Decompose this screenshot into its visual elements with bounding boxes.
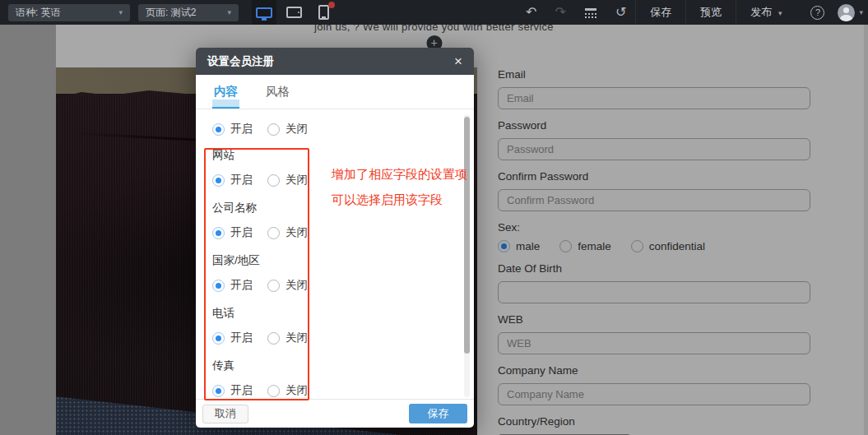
radio-label: 开启 (230, 331, 253, 345)
modal-scrollbar-thumb[interactable] (464, 117, 470, 354)
radio-label: 开启 (230, 122, 253, 137)
annotation-line-1: 增加了相应字段的设置项 (332, 167, 467, 183)
redo-icon[interactable]: ↷ (546, 0, 575, 25)
field-4-radio-row: 开启关闭 (212, 383, 457, 398)
toolbar-right-group: ↶ ↷ ↺ 保存 预览 发布 ▾ ? ▾ (517, 0, 868, 25)
page-dropdown[interactable]: 页面: 测试2 ▾ (138, 4, 239, 21)
history-icon[interactable]: ↺ (606, 0, 635, 25)
phone-icon (318, 5, 329, 20)
language-dropdown-label: 语种: 英语 (16, 6, 61, 20)
modal-field-group: 传真开启关闭 (212, 359, 457, 398)
top-field-on-option[interactable]: 开启 (212, 122, 253, 137)
radio-label: 开启 (230, 278, 253, 293)
grid-layout-button[interactable] (575, 0, 606, 25)
modal-field-group: 国家/地区开启关闭 (212, 253, 457, 293)
tab-style[interactable]: 风格 (264, 84, 291, 109)
field-2-off-option[interactable]: 关闭 (267, 278, 308, 293)
field-2-on-option[interactable]: 开启 (212, 278, 253, 293)
tab-content[interactable]: 内容 (212, 84, 239, 109)
radio-label: 关闭 (285, 331, 308, 345)
radio-icon (212, 123, 225, 136)
monitor-icon (256, 7, 272, 18)
member-registration-settings-modal: 设置会员注册 × 内容 风格 开启关闭 网站开启关闭公司名称开启关闭国家/地区开… (196, 48, 474, 428)
modal-field-label: 电话 (212, 306, 457, 321)
field-4-off-option[interactable]: 关闭 (267, 383, 308, 398)
modal-content: 开启关闭 网站开启关闭公司名称开启关闭国家/地区开启关闭电话开启关闭传真开启关闭 (196, 109, 474, 399)
radio-icon (212, 227, 225, 239)
chevron-down-icon: ▾ (118, 8, 123, 16)
radio-label: 开启 (230, 173, 253, 187)
radio-label: 关闭 (285, 278, 308, 293)
modal-scrollbar-track (464, 114, 470, 397)
radio-icon (212, 332, 225, 345)
radio-icon (212, 385, 225, 397)
field-3-on-option[interactable]: 开启 (212, 331, 253, 345)
radio-icon (267, 385, 280, 397)
help-icon[interactable]: ? (810, 6, 824, 20)
radio-icon (267, 227, 280, 239)
field-1-on-option[interactable]: 开启 (212, 225, 253, 240)
close-icon[interactable]: × (454, 54, 462, 68)
chevron-down-icon[interactable]: ▾ (859, 8, 863, 16)
grid-icon (585, 13, 587, 15)
tablet-view-button[interactable] (281, 0, 306, 25)
field-0-off-option[interactable]: 关闭 (267, 173, 308, 187)
top-field-radio-group: 开启关闭 (212, 122, 457, 137)
radio-label: 关闭 (285, 122, 308, 137)
top-field-off-option[interactable]: 关闭 (267, 122, 308, 137)
radio-icon (267, 332, 280, 345)
radio-icon (267, 280, 280, 292)
field-2-radio-row: 开启关闭 (212, 278, 457, 293)
modal-title: 设置会员注册 (207, 54, 274, 69)
device-preview-switcher (252, 0, 336, 25)
page-dropdown-label: 页面: 测试2 (146, 6, 196, 20)
modal-field-groups: 网站开启关闭公司名称开启关闭国家/地区开启关闭电话开启关闭传真开启关闭 (212, 148, 457, 398)
radio-label: 关闭 (285, 173, 308, 187)
editor-toolbar: 语种: 英语 ▾ 页面: 测试2 ▾ ↶ ↷ ↺ (0, 0, 868, 25)
radio-label: 关闭 (285, 225, 308, 240)
app-root: join us, ? We will provide you with bett… (0, 0, 868, 435)
field-1-radio-row: 开启关闭 (212, 225, 457, 240)
radio-icon (267, 174, 280, 187)
field-4-on-option[interactable]: 开启 (212, 383, 253, 398)
radio-label: 关闭 (285, 383, 308, 398)
desktop-view-button[interactable] (252, 0, 276, 25)
modal-save-button[interactable]: 保存 (409, 404, 467, 423)
radio-icon (267, 123, 280, 136)
language-dropdown[interactable]: 语种: 英语 ▾ (8, 4, 130, 21)
preview-button[interactable]: 预览 (685, 0, 736, 25)
publish-label: 发布 (750, 6, 772, 18)
radio-icon (212, 280, 225, 292)
cancel-button[interactable]: 取消 (202, 405, 248, 423)
mobile-view-button[interactable] (311, 0, 336, 25)
modal-field-label: 传真 (212, 359, 457, 373)
modal-footer: 取消 保存 (196, 399, 474, 428)
chevron-down-icon: ▾ (778, 9, 782, 17)
modal-header: 设置会员注册 × (196, 48, 474, 75)
radio-label: 开启 (230, 383, 253, 398)
annotation-line-2: 可以选择启用该字段 (332, 192, 443, 208)
modal-field-group: 电话开启关闭 (212, 306, 457, 345)
notification-dot (328, 2, 335, 8)
modal-field-label: 国家/地区 (212, 253, 457, 268)
radio-icon (212, 174, 225, 187)
field-0-on-option[interactable]: 开启 (212, 173, 253, 187)
field-1-off-option[interactable]: 关闭 (267, 225, 308, 240)
field-3-radio-row: 开启关闭 (212, 331, 457, 345)
publish-button[interactable]: 发布 ▾ (736, 0, 796, 25)
undo-icon[interactable]: ↶ (517, 0, 545, 25)
radio-label: 开启 (230, 225, 253, 240)
user-avatar[interactable] (838, 4, 855, 21)
save-button[interactable]: 保存 (635, 0, 685, 25)
modal-field-label: 网站 (212, 148, 457, 163)
field-3-off-option[interactable]: 关闭 (267, 331, 308, 345)
top-field-radio-row: 开启关闭 (212, 122, 457, 137)
tablet-icon (286, 7, 302, 18)
modal-tabs: 内容 风格 (196, 75, 474, 109)
chevron-down-icon: ▾ (227, 8, 231, 16)
